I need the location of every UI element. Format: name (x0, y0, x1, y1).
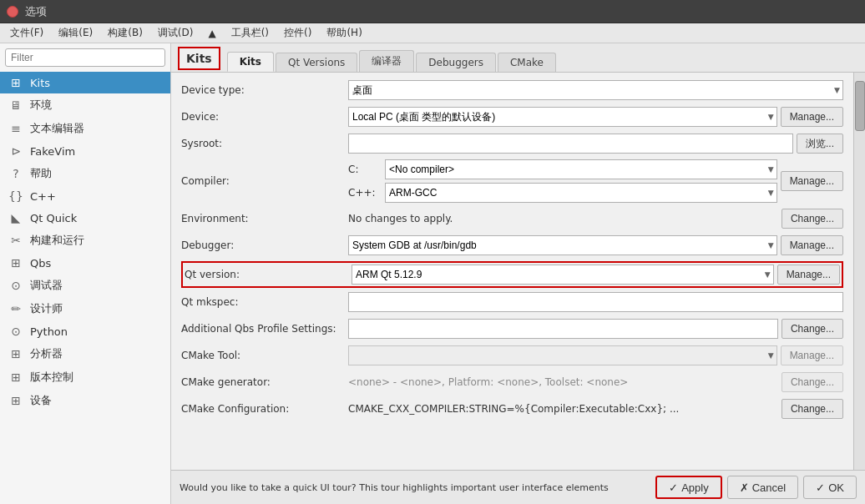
dialog-content: ⊞ Kits 🖥 环境 ≡ 文本编辑器 ⊳ FakeVim ? 帮助 {} C+… (0, 43, 865, 504)
menu-edit[interactable]: 编辑(E) (52, 24, 99, 42)
device-type-control: 桌面 (348, 80, 843, 100)
sidebar-item-help[interactable]: ? 帮助 (0, 162, 170, 185)
filter-input[interactable] (5, 48, 165, 67)
sysroot-control: 浏览... (348, 134, 843, 154)
compiler-manage-button[interactable]: Manage... (781, 171, 843, 191)
sidebar: ⊞ Kits 🖥 环境 ≡ 文本编辑器 ⊳ FakeVim ? 帮助 {} C+… (0, 43, 171, 504)
ok-button[interactable]: ✓ OK (803, 476, 857, 499)
qt-version-control: ARM Qt 5.12.9 Manage... (352, 265, 840, 285)
kits-icon: ⊞ (8, 76, 23, 89)
sysroot-browse-button[interactable]: 浏览... (797, 134, 843, 154)
cmake-configuration-change-button[interactable]: Change... (782, 399, 843, 419)
tab-kits[interactable]: Kits (227, 52, 274, 72)
window-title: 选项 (25, 4, 47, 19)
sidebar-item-cpp[interactable]: {} C++ (0, 185, 170, 207)
qt-version-select-wrapper: ARM Qt 5.12.9 (352, 265, 774, 285)
cmake-generator-row: CMake generator: <none> - <none>, Platfo… (181, 371, 843, 393)
sidebar-item-kits[interactable]: ⊞ Kits (0, 72, 170, 93)
close-button[interactable] (7, 6, 18, 18)
debugger-label: Debugger: (181, 239, 348, 251)
sidebar-item-qt-quick[interactable]: ◣ Qt Quick (0, 207, 170, 229)
menu-controls[interactable]: 控件() (277, 24, 318, 42)
debugger-select-wrapper: System GDB at /usr/bin/gdb (348, 235, 777, 255)
menu-bar: 文件(F) 编辑(E) 构建(B) 调试(D) ▲ 工具栏() 控件() 帮助(… (0, 23, 865, 43)
cancel-button[interactable]: ✗ Cancel (727, 476, 798, 499)
sidebar-item-fakevim[interactable]: ⊳ FakeVim (0, 140, 170, 162)
menu-file[interactable]: 文件(F) (3, 24, 50, 42)
device-select-wrapper: Local PC (桌面 类型的默认设备) (348, 107, 777, 127)
qt-mkspec-control (348, 292, 843, 312)
sidebar-label-designer: 设计师 (30, 301, 63, 316)
compiler-cpp-select[interactable]: ARM-GCC (385, 183, 777, 203)
menu-debug[interactable]: 调试(D) (151, 24, 200, 42)
version-control-icon: ⊞ (8, 370, 23, 384)
cmake-tool-row: CMake Tool: Manage... (181, 345, 843, 366)
additional-qbs-label: Additional Qbs Profile Settings: (181, 323, 348, 335)
debugger-select[interactable]: System GDB at /usr/bin/gdb (348, 235, 777, 255)
menu-help[interactable]: 帮助(H) (320, 24, 368, 42)
debugger-row: Debugger: System GDB at /usr/bin/gdb Man… (181, 234, 843, 256)
debugger-manage-button[interactable]: Manage... (781, 235, 843, 255)
sidebar-label-version-control: 版本控制 (30, 370, 73, 385)
cmake-generator-change-button[interactable]: Change... (782, 372, 843, 392)
sidebar-label-analyzer: 分析器 (30, 346, 63, 361)
environment-label: Environment: (181, 213, 348, 224)
sidebar-label-text-editor: 文本编辑器 (30, 121, 84, 136)
compiler-c-row: C: <No compiler> (348, 159, 777, 179)
additional-qbs-change-button[interactable]: Change... (782, 319, 843, 339)
device-select[interactable]: Local PC (桌面 类型的默认设备) (348, 107, 777, 127)
sidebar-item-text-editor[interactable]: ≡ 文本编辑器 (0, 117, 170, 140)
qt-version-select[interactable]: ARM Qt 5.12.9 (352, 265, 774, 285)
devices-icon: ⊞ (8, 394, 23, 407)
cmake-tool-manage-button[interactable]: Manage... (781, 345, 843, 365)
cmake-tool-select[interactable] (348, 345, 777, 365)
sidebar-item-devices[interactable]: ⊞ 设备 (0, 389, 170, 412)
device-type-select[interactable]: 桌面 (348, 80, 843, 100)
menu-arrow[interactable]: ▲ (201, 26, 222, 41)
compiler-cpp-label: C++: (348, 187, 382, 199)
help-icon: ? (8, 167, 23, 180)
sidebar-item-designer[interactable]: ✏ 设计师 (0, 297, 170, 320)
sysroot-input[interactable] (348, 134, 793, 154)
compiler-c-select[interactable]: <No compiler> (385, 159, 777, 179)
tab-qt-versions[interactable]: Qt Versions (276, 53, 357, 72)
environment-change-button[interactable]: Change... (782, 209, 843, 229)
additional-qbs-input[interactable] (348, 319, 778, 339)
qt-version-manage-button[interactable]: Manage... (777, 265, 840, 285)
device-control: Local PC (桌面 类型的默认设备) Manage... (348, 107, 843, 127)
compiler-cpp-select-wrapper: ARM-GCC (385, 183, 777, 203)
sidebar-label-qbs: Qbs (30, 257, 51, 270)
scrollbar-thumb[interactable] (855, 81, 865, 131)
scrollbar[interactable] (853, 73, 865, 470)
menu-toolbar[interactable]: 工具栏() (225, 24, 276, 42)
sidebar-item-qbs[interactable]: ⊞ Qbs (0, 252, 170, 274)
sidebar-item-python[interactable]: ⊙ Python (0, 320, 170, 342)
sidebar-label-python: Python (30, 325, 68, 338)
qt-version-row: Qt version: ARM Qt 5.12.9 Manage... (181, 261, 843, 288)
cmake-generator-value: <none> - <none>, Platform: <none>, Tools… (348, 376, 778, 388)
compiler-row: Compiler: C: <No compiler> (181, 159, 843, 203)
tab-compiler[interactable]: 编译器 (359, 50, 414, 72)
tab-cmake[interactable]: CMake (498, 53, 556, 72)
device-type-label: Device type: (181, 84, 348, 96)
sidebar-item-debugger[interactable]: ⊙ 调试器 (0, 274, 170, 297)
cmake-generator-control: <none> - <none>, Platform: <none>, Tools… (348, 372, 843, 392)
sidebar-item-analyzer[interactable]: ⊞ 分析器 (0, 342, 170, 365)
apply-button[interactable]: ✓ Apply (655, 476, 722, 499)
device-manage-button[interactable]: Manage... (781, 107, 843, 127)
cmake-tool-label: CMake Tool: (181, 350, 348, 361)
sidebar-label-cpp: C++ (30, 190, 56, 203)
sysroot-label: Sysroot: (181, 138, 348, 149)
title-bar: 选项 (0, 0, 865, 23)
compiler-c-select-wrapper: <No compiler> (385, 159, 777, 179)
sidebar-item-version-control[interactable]: ⊞ 版本控制 (0, 365, 170, 389)
menu-build[interactable]: 构建(B) (101, 24, 149, 42)
sidebar-label-kits: Kits (30, 77, 50, 89)
tab-debuggers[interactable]: Debuggers (416, 53, 496, 72)
sidebar-item-build-run[interactable]: ✂ 构建和运行 (0, 229, 170, 252)
build-run-icon: ✂ (8, 234, 23, 247)
text-editor-icon: ≡ (8, 122, 23, 135)
sidebar-item-environment[interactable]: 🖥 环境 (0, 93, 170, 117)
qt-mkspec-input[interactable] (348, 292, 843, 312)
sidebar-label-fakevim: FakeVim (30, 145, 75, 158)
